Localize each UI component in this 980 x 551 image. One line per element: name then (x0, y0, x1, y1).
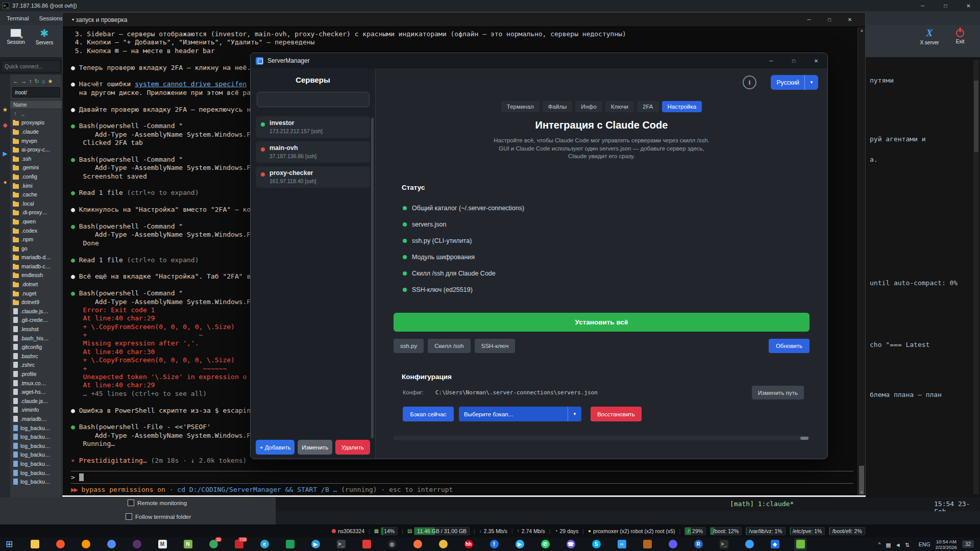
home-icon[interactable]: ⌂ (42, 78, 45, 84)
sm-maximize-button[interactable]: □ (782, 53, 805, 68)
language-dropdown[interactable]: Русский ▼ (771, 75, 818, 90)
forward-icon[interactable]: → (21, 78, 27, 84)
server-search-input[interactable] (257, 92, 370, 107)
file-item[interactable]: .qwen (10, 217, 62, 226)
taskbar-quick-share-icon[interactable]: ◈ (769, 538, 781, 550)
file-item[interactable]: mariadb-d… (10, 253, 62, 262)
taskbar-whatsapp-icon[interactable]: ✆ (539, 538, 551, 550)
file-item[interactable]: endlessh (10, 271, 62, 280)
sm-minimize-button[interactable]: ─ (760, 53, 782, 68)
back-icon[interactable]: ← (13, 78, 18, 84)
file-item[interactable]: myvpn (10, 136, 62, 145)
terminal-maximize-button[interactable]: □ (819, 13, 840, 27)
taskbar-cmd-icon[interactable]: >_ (335, 538, 347, 550)
file-item[interactable]: go (10, 244, 62, 253)
file-item[interactable]: .kimi (10, 181, 62, 190)
taskbar-vscode-icon[interactable]: ‹› (616, 538, 628, 550)
file-item[interactable]: .bash_his… (10, 334, 62, 343)
follow-terminal-toggle[interactable]: Follow terminal folder (126, 513, 191, 520)
session-button[interactable]: Session (2, 28, 30, 45)
taskbar-skype-icon[interactable]: S (590, 538, 602, 550)
language-indicator[interactable]: ENG (919, 541, 930, 547)
taskbar-telegram-2-icon[interactable]: ▶ (513, 538, 526, 550)
minimize-button[interactable]: ─ (911, 0, 934, 11)
terminal-minimize-button[interactable]: ─ (799, 13, 819, 27)
file-item[interactable]: .tmux.co… (10, 379, 62, 388)
taskbar-file-explorer-icon[interactable] (29, 538, 41, 550)
sm-close-button[interactable]: ✕ (805, 53, 827, 68)
taskbar-brave-icon[interactable] (54, 538, 66, 550)
file-item[interactable]: .claude (10, 127, 62, 136)
add-server-button[interactable]: + Добавить (256, 440, 295, 455)
clock[interactable]: 10:54 AM 2/23/2026 (936, 539, 957, 550)
tab-терминал[interactable]: Терминал (501, 101, 540, 112)
volume-icon[interactable]: ◄ (895, 542, 901, 548)
taskbar-chrome-canary-icon[interactable] (437, 538, 449, 550)
taskbar-viber-icon[interactable]: ☎ (565, 538, 577, 550)
tray-xserver-icon[interactable]: ▦ (886, 542, 891, 548)
file-item[interactable]: log_backu… (10, 441, 62, 450)
file-item[interactable]: .zshrc (10, 361, 62, 370)
taskbar-telegram-icon[interactable]: ▶ (309, 538, 322, 550)
taskbar-notepad-plus-icon[interactable]: N (182, 538, 194, 550)
file-item[interactable]: .git-crede… (10, 316, 62, 325)
file-item[interactable]: .local (10, 199, 62, 208)
tools-icon[interactable]: ● (0, 179, 10, 186)
file-item[interactable]: .mariadb… (10, 414, 62, 423)
file-item[interactable]: log_backu… (10, 423, 62, 433)
install-all-button[interactable]: Установить всё (394, 313, 810, 332)
remote-monitoring-toggle[interactable]: Remote monitoring (128, 499, 187, 506)
file-item[interactable]: dotnet9 (10, 297, 62, 307)
checkbox-icon[interactable] (128, 499, 134, 506)
file-item[interactable]: .bashrc (10, 352, 62, 361)
file-item[interactable]: .gemini (10, 163, 62, 172)
terminal-titlebar[interactable]: • запуск и проверка ─ □ ✕ (63, 13, 865, 27)
taskbar-vmware-icon[interactable] (794, 538, 806, 550)
file-item[interactable]: .. (10, 109, 62, 118)
taskbar-dbeaver-icon[interactable] (641, 538, 653, 550)
taskbar-edge-icon[interactable]: e (258, 538, 271, 550)
file-item[interactable]: proxyapis (10, 118, 62, 128)
taskbar-rstudio-icon[interactable]: R (692, 538, 704, 550)
file-item[interactable]: .config (10, 172, 62, 181)
restore-button[interactable]: Восстановить (591, 407, 642, 421)
file-item[interactable]: .npm (10, 235, 62, 244)
quick-connect-input[interactable] (1, 60, 61, 72)
taskbar-obs-icon[interactable]: ◎ (386, 538, 398, 550)
taskbar-loom-icon[interactable] (667, 538, 679, 550)
close-button[interactable]: ✕ (957, 0, 980, 11)
macros-icon[interactable]: ◆ (0, 121, 10, 129)
taskbar-sheets-icon[interactable] (284, 538, 296, 550)
install-tool-button-2[interactable]: SSH-ключ (475, 339, 516, 353)
file-item[interactable]: .wget-hs… (10, 387, 62, 396)
refresh-button[interactable]: Обновить (769, 339, 810, 353)
info-button[interactable]: i (743, 76, 756, 89)
tray-expand-arrow[interactable]: ^ (878, 541, 880, 547)
file-item[interactable]: log_backu… (10, 477, 62, 486)
file-item[interactable]: .claude.js… (10, 307, 62, 316)
taskbar-chromium-icon[interactable] (105, 538, 117, 550)
terminal-close-button[interactable]: ✕ (840, 13, 860, 27)
file-item[interactable]: .lesshst (10, 324, 62, 334)
file-item[interactable]: log_backu… (10, 450, 62, 460)
server-manager-titlebar[interactable]: ServerManager ─ □ ✕ (251, 53, 827, 68)
x-server-button[interactable]: X X server (916, 28, 943, 45)
taskbar-zoom-icon[interactable] (743, 538, 755, 550)
exit-button[interactable]: Exit (946, 28, 974, 44)
taskbar-tor-browser-icon[interactable] (131, 538, 143, 550)
install-tool-button-0[interactable]: ssh.py (394, 339, 424, 353)
file-item[interactable]: .codex (10, 226, 62, 235)
taskbar-installer-icon[interactable] (360, 538, 373, 550)
tab-инфо[interactable]: Инфо (575, 101, 602, 112)
terminal-prompt[interactable]: > (71, 471, 853, 483)
file-item[interactable]: log_backu… (10, 468, 62, 478)
delete-server-button[interactable]: Удалить (335, 440, 370, 455)
tab-ключи[interactable]: Ключи (605, 101, 634, 112)
file-item[interactable]: .di-proxy… (10, 208, 62, 217)
network-icon[interactable]: ⇅ (905, 542, 910, 548)
tab-2fa[interactable]: 2FA (637, 101, 658, 112)
file-item[interactable]: .dotnet (10, 280, 62, 289)
taskbar-facebook-icon[interactable]: f (488, 538, 500, 550)
checkbox-icon[interactable] (126, 513, 132, 520)
backup-select[interactable]: Выберите бэкап... ▼ (459, 407, 581, 421)
